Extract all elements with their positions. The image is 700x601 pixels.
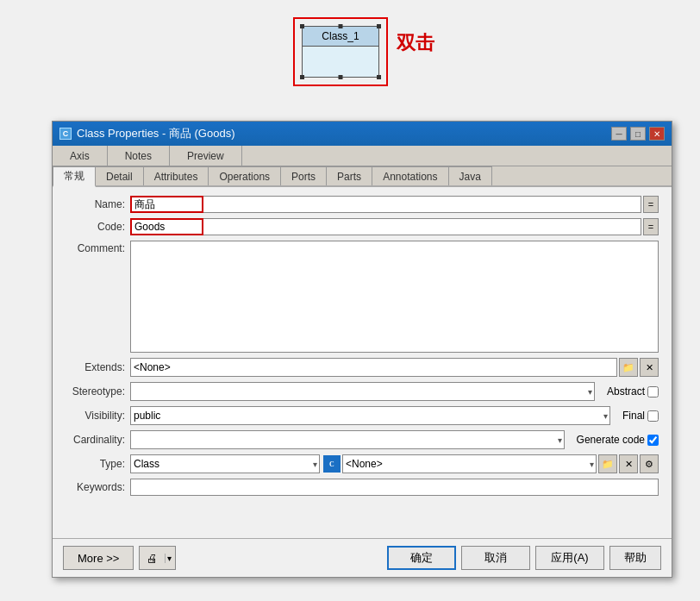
visibility-row: Visibility: public private protected ▾ F…	[66, 406, 659, 425]
right-checkboxes-3: Generate code	[572, 434, 659, 446]
tab-attributes-label: Attributes	[154, 171, 198, 183]
name-input-highlighted[interactable]	[130, 196, 203, 213]
diagram-area: Class_1 双击	[0, 0, 700, 125]
print-button-group[interactable]: 🖨 ▾	[139, 546, 176, 570]
tab-attributes[interactable]: Attributes	[144, 166, 209, 185]
handle-tr	[377, 24, 381, 28]
tab-notes[interactable]: Notes	[108, 146, 170, 166]
type-btn-1[interactable]: 📁	[598, 454, 617, 473]
name-input-rest[interactable]	[203, 196, 641, 213]
tab-operations-label: Operations	[219, 171, 270, 183]
more-button[interactable]: More >>	[63, 546, 134, 570]
extends-input[interactable]	[130, 358, 617, 377]
dialog-icon: C	[59, 128, 72, 140]
stereotype-select[interactable]	[130, 382, 595, 401]
handle-tm	[339, 24, 343, 28]
name-label: Name:	[66, 198, 130, 210]
stereotype-label: Stereotype:	[66, 385, 130, 398]
right-checkboxes-2: Final	[617, 410, 659, 422]
tab-notes-label: Notes	[125, 150, 152, 162]
confirm-button[interactable]: 确定	[387, 546, 456, 570]
visibility-select[interactable]: public private protected	[130, 406, 610, 425]
class-properties-dialog: C Class Properties - 商品 (Goods) ─ □ ✕ Ax…	[52, 121, 672, 578]
comment-row: Comment:	[66, 241, 659, 353]
keywords-label: Keywords:	[66, 481, 130, 493]
name-row: Name: =	[66, 196, 659, 213]
code-row: Code: =	[66, 218, 659, 235]
type-class-icon: C	[323, 455, 341, 473]
handle-bl	[300, 75, 304, 79]
generate-code-checkbox[interactable]	[647, 435, 659, 446]
tab-operations[interactable]: Operations	[209, 166, 281, 185]
handle-br	[377, 75, 381, 79]
right-checkboxes-1: Abstract	[602, 385, 659, 398]
type-row: Type: Class ▾ C <None> ▾ 📁 ✕ ⚙	[66, 454, 659, 473]
tab-general[interactable]: 常规	[53, 166, 96, 187]
apply-button[interactable]: 应用(A)	[535, 546, 604, 570]
cancel-button[interactable]: 取消	[461, 546, 530, 570]
generate-code-label-text: Generate code	[577, 434, 645, 446]
abstract-checkbox[interactable]	[647, 386, 659, 398]
class-diagram-container: Class_1	[293, 17, 388, 86]
final-checkbox[interactable]	[647, 410, 659, 422]
extends-label: Extends:	[66, 361, 130, 373]
close-button[interactable]: ✕	[649, 127, 665, 141]
tab-axis[interactable]: Axis	[53, 146, 108, 166]
keywords-input[interactable]	[130, 479, 659, 496]
stereotype-select-wrapper: ▾	[130, 382, 595, 401]
tab-annotations-label: Annotations	[383, 171, 437, 183]
extends-browse-button[interactable]: 📁	[619, 358, 638, 377]
help-button[interactable]: 帮助	[609, 546, 661, 570]
red-selection-box: Class_1	[293, 17, 388, 86]
print-arrow-icon[interactable]: ▾	[165, 554, 175, 563]
extends-clear-button[interactable]: ✕	[640, 358, 659, 377]
double-click-hint: 双击	[397, 30, 434, 56]
class-name-label: Class_1	[322, 30, 359, 42]
code-eq-button[interactable]: =	[643, 218, 659, 235]
type-select[interactable]: Class	[130, 454, 320, 473]
code-input-highlighted[interactable]	[130, 218, 203, 235]
tab-general-label: 常规	[64, 169, 84, 184]
tab-java-label: Java	[459, 171, 481, 183]
cardinality-label: Cardinality:	[66, 434, 130, 446]
tab-detail-label: Detail	[106, 171, 133, 183]
tab-ports-label: Ports	[291, 171, 316, 183]
class-box-header: Class_1	[303, 27, 378, 47]
abstract-checkbox-label: Abstract	[607, 385, 659, 398]
code-label: Code:	[66, 221, 130, 233]
tab-detail[interactable]: Detail	[96, 166, 144, 185]
final-checkbox-label: Final	[622, 410, 659, 422]
type-btn-2[interactable]: ✕	[619, 454, 638, 473]
class-box-body	[303, 47, 378, 77]
tab-preview[interactable]: Preview	[170, 146, 242, 166]
restore-button[interactable]: □	[630, 127, 646, 141]
handle-bm	[339, 75, 343, 79]
comment-input[interactable]	[130, 241, 659, 353]
type-none-wrapper: <None> ▾	[342, 454, 597, 473]
button-bar: More >> 🖨 ▾ 确定 取消 应用(A) 帮助	[53, 538, 672, 577]
name-eq-button[interactable]: =	[643, 196, 659, 213]
tab-java[interactable]: Java	[449, 166, 492, 185]
tab-annotations[interactable]: Annotations	[372, 166, 448, 185]
tab-preview-label: Preview	[187, 150, 224, 162]
code-input-rest[interactable]	[203, 218, 641, 235]
title-bar-left: C Class Properties - 商品 (Goods)	[59, 126, 235, 141]
dialog-title: Class Properties - 商品 (Goods)	[77, 126, 235, 141]
type-select-wrapper: Class ▾	[130, 454, 320, 473]
abstract-label-text: Abstract	[607, 385, 645, 398]
type-none-select[interactable]: <None>	[342, 454, 597, 473]
cardinality-select[interactable]	[130, 430, 565, 449]
dialog-icon-text: C	[63, 129, 69, 138]
tab-row-bottom: 常规 Detail Attributes Operations Ports Pa…	[53, 166, 672, 187]
tab-parts[interactable]: Parts	[327, 166, 372, 185]
title-bar-buttons: ─ □ ✕	[611, 127, 665, 141]
tab-ports[interactable]: Ports	[281, 166, 327, 185]
print-icon: 🖨	[140, 552, 165, 565]
minimize-button[interactable]: ─	[611, 127, 627, 141]
stereotype-row: Stereotype: ▾ Abstract	[66, 382, 659, 401]
handle-tl	[300, 24, 304, 28]
visibility-label: Visibility:	[66, 410, 130, 422]
type-btn-3[interactable]: ⚙	[640, 454, 659, 473]
tab-row-top: Axis Notes Preview	[53, 146, 672, 166]
tab-parts-label: Parts	[337, 171, 361, 183]
